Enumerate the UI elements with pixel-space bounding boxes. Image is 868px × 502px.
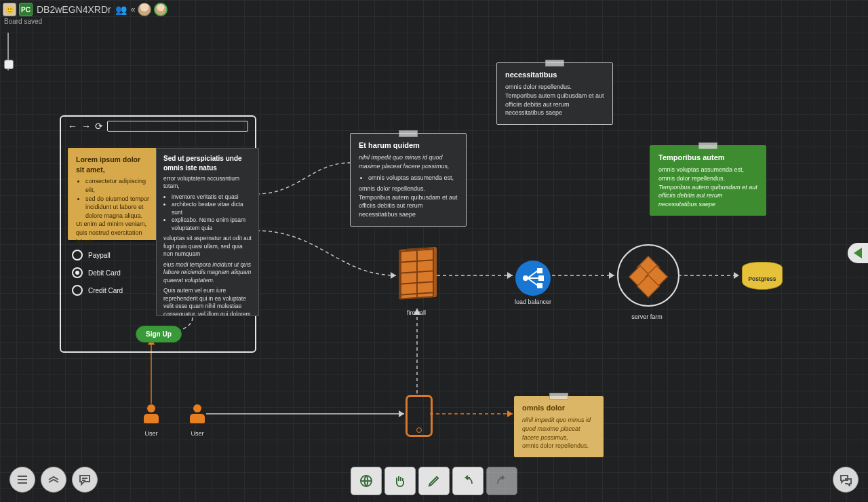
avatar-pc-badge[interactable]: PC [19,3,33,16]
radio-credit[interactable]: Credit Card [72,285,123,296]
payment-radios: Paypall Debit Card Credit Card [72,243,123,303]
svg-rect-12 [538,269,542,273]
database-node[interactable]: Postgress [742,262,781,292]
tape-icon [549,393,568,400]
top-bar: 🙂 PC DB2wEGN4XRDr 👥 « [0,0,868,19]
load-balancer-node[interactable] [515,260,551,296]
svg-marker-7 [734,272,739,279]
signup-button[interactable]: Sign Up [136,326,182,343]
server-farm-label: server farm [620,313,674,320]
radio-paypall[interactable]: Paypall [72,250,123,260]
zoom-thumb[interactable] [4,60,14,69]
tape-icon [698,142,717,149]
sticky-note-yellow[interactable]: Lorem ipsum dolor sit amet, consectetur … [68,148,159,240]
svg-rect-14 [538,284,542,288]
avatar-owner[interactable]: 🙂 [3,3,16,16]
svg-point-8 [524,276,528,280]
svg-line-11 [528,278,538,286]
collaborator-avatar-1[interactable] [138,3,151,16]
comments-button[interactable] [72,467,98,493]
web-tool-button[interactable] [351,467,382,495]
svg-rect-13 [539,276,543,280]
note-harum[interactable]: Et harum quidem nihil impedit quo minus … [350,133,467,227]
text-card[interactable]: Sed ut perspiciatis unde omnis iste natu… [156,148,259,316]
user-label-2: User [170,430,224,437]
undo-button[interactable] [452,467,484,495]
collapse-icon[interactable]: « [131,5,136,14]
user-node-2[interactable] [189,404,206,423]
zoom-slider[interactable] [5,33,11,71]
diagram-canvas[interactable]: ← → ⟳ Lorem ipsum dolor sit amet, consec… [0,0,868,502]
layers-button[interactable] [41,467,66,493]
sticky-title: Lorem ipsum dolor sit amet, [76,155,151,174]
firewall-node[interactable] [399,248,435,303]
forward-icon[interactable]: → [81,121,91,132]
svg-marker-4 [507,410,513,417]
panel-expand-button[interactable] [848,243,868,263]
save-status: Board saved [4,18,42,25]
browser-wireframe[interactable]: ← → ⟳ Lorem ipsum dolor sit amet, consec… [60,115,256,353]
phone-node[interactable] [406,395,433,437]
center-toolbar [351,467,517,495]
bottom-left-toolbar [9,467,98,493]
bottom-right-toolbar [833,467,859,493]
radio-debit[interactable]: Debit Card [72,267,123,278]
board-name[interactable]: DB2wEGN4XRDr [37,4,111,15]
tape-icon [399,130,418,137]
pan-tool-button[interactable] [384,467,416,495]
draw-tool-button[interactable] [418,467,450,495]
svg-line-9 [528,271,538,278]
database-label: Postgress [748,275,776,282]
url-bar[interactable] [107,121,248,132]
note-sand[interactable]: omnis dolor nihil impedit quo minus id q… [514,396,604,457]
collaborator-avatar-2[interactable] [154,3,167,16]
svg-marker-6 [609,272,614,279]
collaborators-icon[interactable]: 👥 [115,4,127,15]
load-balancer-icon [521,267,545,290]
server-cubes-icon [632,259,665,292]
svg-marker-0 [391,272,396,279]
reload-icon[interactable]: ⟳ [95,121,103,132]
list-view-button[interactable] [9,467,35,493]
load-balancer-label: load balancer [506,298,560,305]
note-necess[interactable]: necessitatibus omnis dolor repellendus. … [496,62,613,125]
svg-marker-5 [507,272,513,279]
user-node-1[interactable] [142,404,160,423]
chat-button[interactable] [833,467,859,493]
server-farm-node[interactable] [617,244,679,307]
redo-button[interactable] [486,467,517,495]
back-icon[interactable]: ← [68,121,77,132]
note-green[interactable]: Temporibus autem omnis voluptas assumend… [650,145,766,216]
tape-icon [545,60,564,66]
firewall-label: firewall [389,309,443,316]
svg-marker-2 [399,410,404,417]
